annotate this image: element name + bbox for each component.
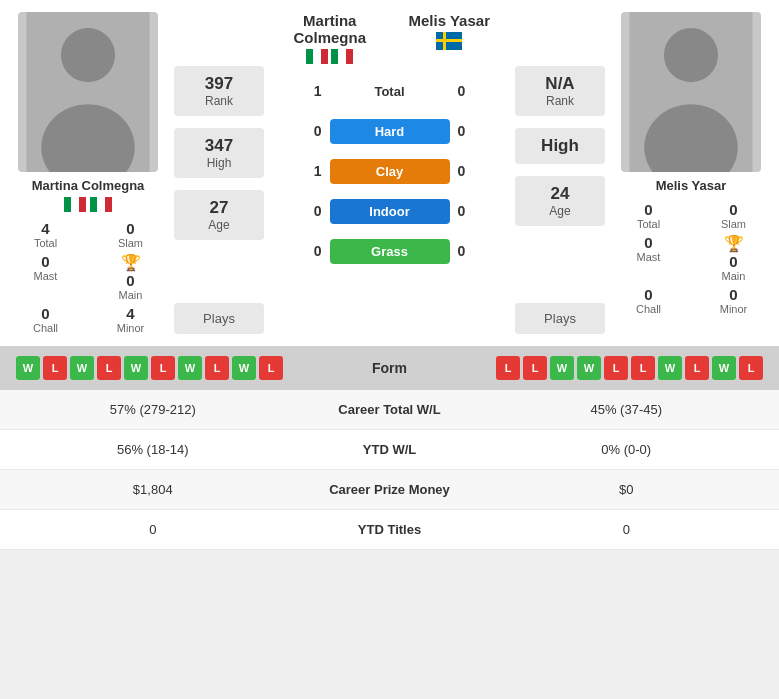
- player1-stats: 4 Total 0 Slam 0 Mast 🏆 0 Main 0: [8, 220, 168, 334]
- player1-chall: 0 Chall: [8, 305, 83, 334]
- player2-plays-box: Plays: [515, 303, 605, 334]
- career-stats-row: 0 YTD Titles 0: [0, 510, 779, 550]
- career-stats-row: 57% (279-212) Career Total W/L 45% (37-4…: [0, 390, 779, 430]
- svg-rect-5: [436, 39, 462, 42]
- svg-point-1: [61, 28, 115, 82]
- career-stats-row: $1,804 Career Prize Money $0: [0, 470, 779, 510]
- form-badge-l: L: [604, 356, 628, 380]
- form-badge-w: W: [124, 356, 148, 380]
- player1-form-badges: WLWLWLWLWL: [16, 356, 283, 380]
- stats-center: YTD W/L: [290, 442, 490, 457]
- player1-trophy: 🏆 0 Main: [93, 253, 168, 301]
- player2-age-box: 24 Age: [515, 176, 605, 226]
- player1-slam: 0 Slam: [93, 220, 168, 249]
- player1-name: Martina Colmegna: [32, 178, 145, 193]
- form-badge-l: L: [259, 356, 283, 380]
- player1-flag: [64, 197, 86, 212]
- player1-high-box: 347 High: [174, 128, 264, 178]
- form-badge-w: W: [550, 356, 574, 380]
- player2-trophy: 🏆 0 Main: [696, 234, 771, 282]
- stats-left: 0: [16, 522, 290, 537]
- form-badge-w: W: [658, 356, 682, 380]
- middle-section: Martina Colmegna Melis Yasar: [270, 12, 509, 334]
- player-comparison-row: Martina Colmegna 4 Total 0 Slam 0 Mast: [0, 0, 779, 346]
- player1-flag2: [90, 197, 112, 212]
- p1-flag-center2: [331, 49, 353, 64]
- form-badge-l: L: [43, 356, 67, 380]
- form-badge-l: L: [496, 356, 520, 380]
- player2-form-badges: LLWWLLWLWL: [496, 356, 763, 380]
- form-badge-w: W: [16, 356, 40, 380]
- form-badge-w: W: [577, 356, 601, 380]
- p2-name-top: Melis Yasar: [390, 12, 510, 64]
- player2-minor: 0 Minor: [696, 286, 771, 315]
- grass-score-row: 0 Grass 0: [270, 232, 509, 270]
- form-badge-l: L: [631, 356, 655, 380]
- clay-score-row: 1 Clay 0: [270, 152, 509, 190]
- player1-age-box: 27 Age: [174, 190, 264, 240]
- player2-high-box: High: [515, 128, 605, 164]
- stats-center: Career Total W/L: [290, 402, 490, 417]
- career-stats-section: 57% (279-212) Career Total W/L 45% (37-4…: [0, 390, 779, 550]
- player1-total: 4 Total: [8, 220, 83, 249]
- stats-right: $0: [490, 482, 764, 497]
- trophy-icon2: 🏆: [724, 234, 744, 253]
- form-badge-w: W: [178, 356, 202, 380]
- form-badge-l: L: [151, 356, 175, 380]
- player2-rank-box: N/A Rank: [515, 66, 605, 116]
- stats-center: YTD Titles: [290, 522, 490, 537]
- form-badge-w: W: [232, 356, 256, 380]
- names-row: Martina Colmegna Melis Yasar: [270, 12, 509, 64]
- player1-mast: 0 Mast: [8, 253, 83, 301]
- form-badge-l: L: [523, 356, 547, 380]
- player1-avatar: [18, 12, 158, 172]
- trophy-icon: 🏆: [121, 253, 141, 272]
- player2-flag-svg: [436, 32, 462, 50]
- career-stats-row: 56% (18-14) YTD W/L 0% (0-0): [0, 430, 779, 470]
- stats-right: 0: [490, 522, 764, 537]
- player2-mast: 0 Mast: [611, 234, 686, 282]
- stats-left: $1,804: [16, 482, 290, 497]
- player1-minor: 4 Minor: [93, 305, 168, 334]
- total-score-row: 1 Total 0: [270, 72, 509, 110]
- player1-card: Martina Colmegna 4 Total 0 Slam 0 Mast: [8, 12, 168, 334]
- stats-center: Career Prize Money: [290, 482, 490, 497]
- form-label: Form: [360, 360, 420, 376]
- player2-name: Melis Yasar: [656, 178, 727, 193]
- player2-side-stats: N/A Rank High 24 Age Plays: [515, 12, 605, 334]
- player2-stats: 0 Total 0 Slam 0 Mast 🏆 0 Main 0: [611, 201, 771, 315]
- indoor-score-row: 0 Indoor 0: [270, 192, 509, 230]
- player1-rank-box: 397 Rank: [174, 66, 264, 116]
- hard-score-row: 0 Hard 0: [270, 112, 509, 150]
- stats-right: 0% (0-0): [490, 442, 764, 457]
- form-badge-l: L: [739, 356, 763, 380]
- stats-right: 45% (37-45): [490, 402, 764, 417]
- form-badge-l: L: [97, 356, 121, 380]
- form-badge-w: W: [70, 356, 94, 380]
- player2-avatar: [621, 12, 761, 172]
- player2-slam: 0 Slam: [696, 201, 771, 230]
- form-badge-l: L: [205, 356, 229, 380]
- stats-left: 56% (18-14): [16, 442, 290, 457]
- svg-point-7: [664, 28, 718, 82]
- form-section: WLWLWLWLWL Form LLWWLLWLWL: [0, 346, 779, 390]
- p1-name-top: Martina Colmegna: [270, 12, 390, 64]
- main-container: Martina Colmegna 4 Total 0 Slam 0 Mast: [0, 0, 779, 550]
- form-badge-w: W: [712, 356, 736, 380]
- player2-chall: 0 Chall: [611, 286, 686, 315]
- player2-total: 0 Total: [611, 201, 686, 230]
- player1-side-stats: 397 Rank 347 High 27 Age Plays: [174, 12, 264, 334]
- stats-left: 57% (279-212): [16, 402, 290, 417]
- form-badge-l: L: [685, 356, 709, 380]
- player1-plays-box: Plays: [174, 303, 264, 334]
- player2-card: Melis Yasar 0 Total 0 Slam 0 Mast 🏆 0 M: [611, 12, 771, 334]
- p1-flag-center: [306, 49, 328, 64]
